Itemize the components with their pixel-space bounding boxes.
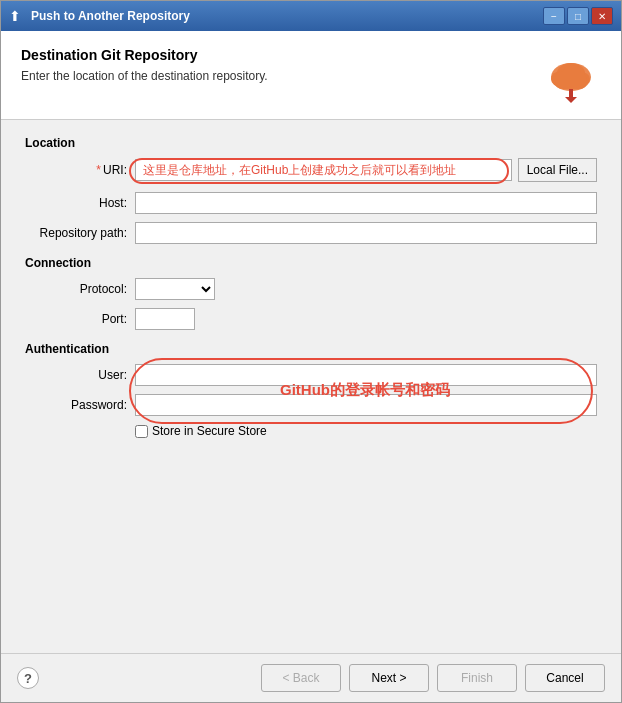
host-label: Host: (25, 196, 135, 210)
svg-marker-5 (565, 97, 577, 103)
dialog-content: Destination Git Repository Enter the loc… (1, 31, 621, 702)
uri-container: *URI: 这里是仓库地址，在GitHub上创建成功之后就可以看到地址 Loca… (25, 158, 597, 182)
cloud-upload-icon (547, 51, 595, 103)
uri-label: *URI: (25, 163, 135, 177)
header-title: Destination Git Repository (21, 47, 541, 63)
title-bar: ⬆ Push to Another Repository − □ ✕ (1, 1, 621, 31)
user-row: User: (25, 364, 597, 386)
port-row: Port: (25, 308, 597, 330)
cancel-button[interactable]: Cancel (525, 664, 605, 692)
main-window: ⬆ Push to Another Repository − □ ✕ Desti… (0, 0, 622, 703)
section-divider-connection: Connection (25, 256, 597, 270)
store-label: Store in Secure Store (152, 424, 267, 438)
section-divider-auth: Authentication (25, 342, 597, 356)
next-button[interactable]: Next > (349, 664, 429, 692)
password-input[interactable] (135, 394, 597, 416)
location-section-label: Location (25, 136, 597, 150)
footer: ? < Back Next > Finish Cancel (1, 653, 621, 702)
minimize-button[interactable]: − (543, 7, 565, 25)
store-checkbox[interactable] (135, 425, 148, 438)
maximize-button[interactable]: □ (567, 7, 589, 25)
protocol-label: Protocol: (25, 282, 135, 296)
connection-section-label: Connection (25, 256, 597, 270)
finish-button[interactable]: Finish (437, 664, 517, 692)
protocol-select[interactable]: https http ssh git (135, 278, 215, 300)
repo-path-label: Repository path: (25, 226, 135, 240)
header-icon (541, 47, 601, 107)
title-bar-left: ⬆ Push to Another Repository (9, 8, 190, 24)
footer-left: ? (17, 667, 39, 689)
port-input[interactable] (135, 308, 195, 330)
password-row: Password: (25, 394, 597, 416)
header-text: Destination Git Repository Enter the loc… (21, 47, 541, 83)
port-label: Port: (25, 312, 135, 326)
header-subtitle: Enter the location of the destination re… (21, 69, 541, 83)
repo-path-row: Repository path: (25, 222, 597, 244)
password-label: Password: (25, 398, 135, 412)
host-input[interactable] (135, 192, 597, 214)
title-bar-buttons: − □ ✕ (543, 7, 613, 25)
header-section: Destination Git Repository Enter the loc… (1, 31, 621, 120)
footer-buttons: < Back Next > Finish Cancel (261, 664, 605, 692)
local-file-button[interactable]: Local File... (518, 158, 597, 182)
uri-row: *URI: 这里是仓库地址，在GitHub上创建成功之后就可以看到地址 Loca… (25, 158, 597, 182)
auth-container: User: Password: GitHub的登录帐号和密码 (25, 364, 597, 416)
protocol-row: Protocol: https http ssh git (25, 278, 597, 300)
user-input[interactable] (135, 364, 597, 386)
form-area: Location *URI: 这里是仓库地址，在GitHub上创建成功之后就可以… (1, 120, 621, 653)
window-title: Push to Another Repository (31, 9, 190, 23)
uri-input-wrapper: 这里是仓库地址，在GitHub上创建成功之后就可以看到地址 (135, 159, 512, 181)
host-row: Host: (25, 192, 597, 214)
uri-input[interactable] (135, 159, 512, 181)
help-button[interactable]: ? (17, 667, 39, 689)
repo-path-input[interactable] (135, 222, 597, 244)
back-button[interactable]: < Back (261, 664, 341, 692)
close-button[interactable]: ✕ (591, 7, 613, 25)
window-icon: ⬆ (9, 8, 25, 24)
required-star: * (96, 163, 101, 177)
auth-section-label: Authentication (25, 342, 597, 356)
store-checkbox-row: Store in Secure Store (135, 424, 597, 438)
user-label: User: (25, 368, 135, 382)
